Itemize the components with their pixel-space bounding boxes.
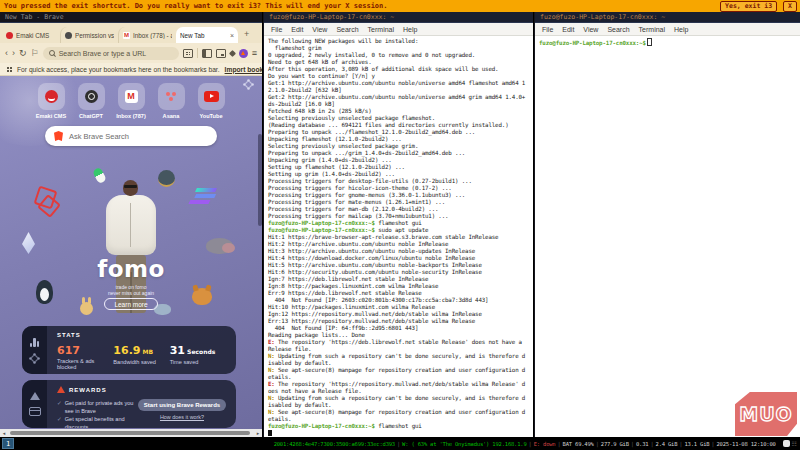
vertical-scrollbar[interactable] [257, 76, 262, 429]
terminal-mid-menu-edit[interactable]: Edit [291, 26, 303, 33]
sidebar-icon[interactable] [202, 49, 212, 58]
terminal-right-screen[interactable]: fuzo@fuzo-HP-Laptop-17-cn0xxx:~$ [535, 36, 800, 437]
browser-tab-emaki-cms[interactable]: Emaki CMS [2, 27, 60, 43]
stats-gear-icon[interactable] [31, 355, 38, 362]
terminal-right-titlebar[interactable]: fuzo@fuzo-HP-Laptop-17-cn0xxx: ~ [535, 12, 800, 23]
apt-e-prefix: E: [268, 381, 275, 387]
terminal-line: Fetched 648 kB in 2s (285 kB/s) [268, 108, 533, 115]
status-separator: | [527, 441, 534, 447]
terminal-line: Ign:12 https://repository.mullvad.net/de… [268, 311, 533, 318]
how-does-it-work-link[interactable]: How does it work? [160, 414, 204, 420]
browser-tab-inbox-778-a[interactable]: MInbox (778) - a [118, 27, 176, 43]
brave-search-box[interactable]: Ask Brave Search [45, 126, 217, 146]
leo-ai-icon[interactable] [229, 49, 236, 56]
terminal-line [268, 430, 533, 437]
tab-list: Emaki CMSPermission vsMInbox (778) - aNe… [2, 27, 238, 43]
tray-icon[interactable] [783, 440, 790, 447]
back-icon[interactable]: ‹ [5, 48, 8, 58]
terminal-line: Hit:4 https://download.docker.com/linux/… [268, 255, 533, 262]
vertical-scrollbar-thumb[interactable] [258, 134, 262, 226]
browser-toolbar: ‹ › ↻ ⚐ Search Brave or type a URL ≡ [0, 43, 262, 63]
terminal-mid-menu-help[interactable]: Help [403, 26, 417, 33]
shortcut-tile [158, 83, 185, 110]
status-segment-0: 2001:4268:4e47:7300:3500:a699:33ec:d393 [274, 441, 395, 447]
terminal-right-menu-help[interactable]: Help [674, 26, 688, 33]
search-box-placeholder: Ask Brave Search [69, 132, 129, 141]
scroll-left-arrow-icon[interactable]: ◂ [0, 429, 8, 437]
shortcut-chatgpt[interactable]: ChatGPT [76, 83, 106, 119]
apt-n-prefix: N: [268, 395, 275, 401]
terminal-line: Selecting previously unselected package … [268, 115, 533, 122]
search-icon [49, 50, 55, 56]
terminal-mid-menu-view[interactable]: View [312, 26, 327, 33]
browser-titlebar[interactable]: New Tab - Brave [0, 12, 262, 23]
terminal-line: Unpacking grim (1.4.0+ds-2build2) ... [268, 157, 533, 164]
bar-chart-icon[interactable] [30, 338, 40, 347]
tab-close-icon[interactable]: × [230, 32, 234, 39]
checkmark-icon: ✓ [57, 399, 62, 415]
stats-values: 617Trackers & ads blocked16.9 MBBandwidt… [57, 345, 226, 370]
learn-more-button[interactable]: Learn more [104, 298, 158, 310]
emaki-favicon [6, 32, 13, 39]
forward-icon[interactable]: › [12, 48, 15, 58]
shortcut-inbox-787[interactable]: MInbox (787) [116, 83, 146, 119]
solana-icon [195, 188, 217, 192]
scroll-right-arrow-icon[interactable]: ▸ [254, 429, 262, 437]
exit-confirm-button[interactable]: Yes, exit i3 [720, 1, 777, 12]
stat-label: Trackers & ads blocked [57, 358, 113, 370]
terminal-line: Hit:5 http://archive.ubuntu.com/ubuntu n… [268, 262, 533, 269]
status-segment-5: 0.31 [636, 441, 648, 447]
browser-tab-permission-vs[interactable]: Permission vs [60, 27, 118, 43]
terminal-mid-titlebar[interactable]: fuzo@fuzo-HP-Laptop-17-cn0xxx: ~ [264, 12, 533, 23]
terminal-mid-menu-terminal[interactable]: Terminal [368, 26, 394, 33]
brave-browser-window: New Tab - Brave Emaki CMSPermission vsMI… [0, 12, 262, 437]
terminal-right-menu-edit[interactable]: Edit [562, 26, 574, 33]
reading-mode-icon[interactable] [216, 49, 226, 58]
terminal-line: Err:9 https://deb.librewolf.net stable R… [268, 290, 533, 297]
nagbar-close-button[interactable]: X [783, 1, 797, 12]
start-rewards-button[interactable]: Start using Brave Rewards [138, 399, 226, 411]
bookmark-flag-icon[interactable]: ⚐ [31, 48, 39, 58]
wallet-card-icon[interactable] [29, 407, 41, 416]
status-separator: | [648, 441, 655, 447]
status-segment-1: W: ( 63% at 'The Onyimadus') 192.168.1.9 [402, 441, 526, 447]
terminal-mid-menu-search[interactable]: Search [336, 26, 358, 33]
tray-glyph-icon: ☷ [792, 440, 797, 447]
browser-window-title: New Tab - Brave [5, 13, 64, 21]
browser-tab-new-tab[interactable]: New Tab× [176, 27, 238, 43]
terminal-mid-screen[interactable]: The following NEW packages will be insta… [264, 36, 533, 437]
horizontal-scrollbar-thumb[interactable] [10, 431, 250, 435]
address-bar[interactable]: Search Brave or type a URL [43, 47, 179, 60]
terminal-line: N: See apt-secure(8) manpage for reposit… [268, 367, 533, 374]
stats-card-rail [22, 326, 47, 374]
screenshot-icon[interactable] [183, 49, 193, 58]
terminal-mid-menu-file[interactable]: File [271, 26, 282, 33]
import-bookmarks-link[interactable]: Import bookmarks... [225, 66, 262, 73]
terminal-line: The following NEW packages will be insta… [268, 38, 533, 45]
bookmarks-bar[interactable]: For quick access, place your bookmarks h… [0, 63, 262, 76]
new-tab-button[interactable]: + [244, 25, 249, 43]
terminal-cursor [268, 430, 272, 436]
shortcut-asana[interactable]: Asana [156, 83, 186, 119]
apps-grid-icon[interactable] [7, 67, 9, 69]
terminal-right-menu-search[interactable]: Search [607, 26, 629, 33]
triangle-icon[interactable] [30, 392, 40, 400]
ad-tagline-line2: never miss out again [108, 290, 154, 296]
stat-label: Bandwidth saved [113, 359, 169, 365]
shortcut-emaki-cms[interactable]: Emaki CMS [36, 83, 66, 119]
hoodie-zipper [130, 203, 131, 247]
terminal-line: Do you want to continue? [Y/n] y [268, 73, 533, 80]
terminal-right-menu-view[interactable]: View [583, 26, 598, 33]
reload-icon[interactable]: ↻ [19, 48, 27, 58]
brave-rewards-icon[interactable] [239, 49, 248, 58]
workspace-1-button[interactable]: 1 [2, 438, 14, 449]
terminal-right-menu-terminal[interactable]: Terminal [639, 26, 665, 33]
toolbar-divider [197, 48, 198, 58]
person-sunglasses [124, 185, 137, 188]
menu-icon[interactable]: ≡ [252, 49, 257, 58]
muo-watermark: MUO [735, 392, 797, 436]
terminal-right-menu-file[interactable]: File [542, 26, 553, 33]
shortcut-youtube[interactable]: YouTube [196, 83, 226, 119]
shortcut-tile [198, 83, 225, 110]
horizontal-scrollbar[interactable]: ◂ ▸ [0, 429, 262, 437]
